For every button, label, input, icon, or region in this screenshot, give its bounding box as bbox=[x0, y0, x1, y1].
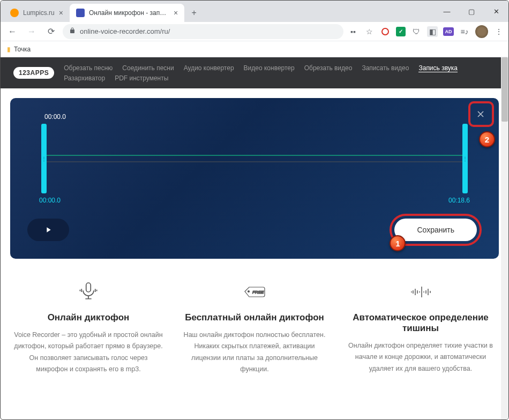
extension-icon[interactable]: AD bbox=[443, 27, 454, 36]
nav-link[interactable]: Записать видео bbox=[362, 64, 409, 72]
feature-desc: Voice Recorder – это удобный и простой о… bbox=[13, 329, 163, 375]
time-labels: 00:00.0 00:18.6 bbox=[25, 193, 484, 204]
annotation-highlight: Сохранить 1 bbox=[390, 214, 482, 246]
titlebar: Lumpics.ru × Онлайн микрофон - запись го… bbox=[1, 1, 508, 22]
svg-text:FREE: FREE bbox=[252, 290, 264, 295]
nav-link[interactable]: Видео конвертер bbox=[244, 64, 295, 72]
browser-tab-lumpics[interactable]: Lumpics.ru × bbox=[4, 4, 70, 22]
waveform[interactable] bbox=[25, 124, 484, 193]
feature-card: Автоматическое определение тишины Онлайн… bbox=[340, 279, 501, 375]
bookmarks-bar: ▮ Точка bbox=[1, 41, 508, 57]
minimize-button[interactable]: — bbox=[435, 1, 459, 22]
lock-icon bbox=[69, 27, 76, 35]
feature-card: Онлайн диктофон Voice Recorder – это удо… bbox=[8, 279, 169, 375]
feature-desc: Онлайн диктофон определяет тихие участки… bbox=[346, 340, 496, 374]
forward-button[interactable]: → bbox=[24, 24, 39, 39]
nav-links: Обрезать песнюСоединить песниАудио конве… bbox=[64, 64, 471, 82]
shield-icon[interactable]: 🛡 bbox=[411, 26, 422, 37]
logo[interactable]: 123APPS bbox=[13, 67, 54, 79]
trim-handle-right[interactable] bbox=[462, 124, 468, 193]
tab-title: Онлайн микрофон - запись гол bbox=[89, 9, 169, 17]
nav-link[interactable]: Обрезать видео bbox=[304, 64, 353, 72]
recorder-panel: 2 00:00.0 00:00.0 00:18.6 Сохранить bbox=[10, 98, 499, 259]
trim-handle-left[interactable] bbox=[41, 124, 47, 193]
new-tab-button[interactable]: + bbox=[186, 5, 201, 20]
page-content: 123APPS Обрезать песнюСоединить песниАуд… bbox=[1, 57, 508, 419]
extension-icon[interactable] bbox=[380, 26, 391, 37]
tab-title: Lumpics.ru bbox=[23, 9, 55, 17]
recorder-controls: Сохранить 1 bbox=[25, 214, 484, 246]
maximize-button[interactable]: ▢ bbox=[459, 1, 484, 22]
timer-current: 00:00.0 bbox=[44, 113, 484, 121]
nav-link[interactable]: Соединить песни bbox=[122, 64, 174, 72]
annotation-marker: 1 bbox=[390, 235, 406, 251]
close-recorder-button[interactable] bbox=[471, 104, 490, 124]
feature-desc: Наш онлайн диктофон полностью бесплатен.… bbox=[179, 329, 330, 375]
reload-button[interactable]: ⟳ bbox=[43, 24, 58, 39]
free-tag-icon: FREE bbox=[179, 279, 330, 305]
nav-link[interactable]: Обрезать песню bbox=[64, 64, 113, 72]
window-close-button[interactable]: ✕ bbox=[484, 1, 508, 22]
feature-card: FREE Бесплатный онлайн диктофон Наш онла… bbox=[174, 279, 335, 375]
save-button[interactable]: Сохранить bbox=[394, 219, 477, 241]
favicon-icon bbox=[10, 9, 19, 17]
close-icon[interactable]: × bbox=[174, 9, 178, 17]
nav-link[interactable]: Аудио конвертер bbox=[184, 64, 234, 72]
features-row: Онлайн диктофон Voice Recorder – это удо… bbox=[1, 268, 508, 375]
feature-title: Онлайн диктофон bbox=[13, 312, 163, 323]
folder-icon: ▮ bbox=[7, 46, 11, 53]
adblock-icon[interactable]: ✓ bbox=[396, 27, 406, 36]
window-controls: — ▢ ✕ bbox=[435, 1, 508, 22]
close-icon[interactable]: × bbox=[59, 9, 63, 17]
scrollbar[interactable] bbox=[501, 57, 508, 419]
toolbar-icons: ▪▪ ☆ ✓ 🛡 ◧ AD ≡♪ ⋮ bbox=[348, 25, 504, 38]
svg-point-1 bbox=[248, 291, 250, 292]
back-button[interactable]: ← bbox=[5, 24, 20, 39]
nav-link[interactable]: Разархиватор bbox=[64, 74, 105, 82]
url-input[interactable]: online-voice-recorder.com/ru/ bbox=[63, 24, 343, 39]
bookmark-folder[interactable]: Точка bbox=[14, 46, 31, 53]
extension-icon[interactable]: ◧ bbox=[427, 26, 438, 37]
feature-title: Бесплатный онлайн диктофон bbox=[179, 312, 330, 323]
time-end: 00:18.6 bbox=[448, 197, 470, 204]
url-text: online-voice-recorder.com/ru/ bbox=[80, 27, 170, 35]
waveform-line bbox=[47, 155, 462, 162]
avatar[interactable] bbox=[475, 25, 488, 38]
play-button[interactable] bbox=[27, 219, 69, 241]
favicon-icon bbox=[76, 9, 85, 17]
microphone-icon bbox=[13, 279, 163, 305]
menu-icon[interactable]: ⋮ bbox=[493, 26, 504, 37]
nav-link[interactable]: Запись звука bbox=[418, 64, 458, 72]
nav-link[interactable]: PDF инструменты bbox=[115, 74, 168, 82]
feature-title: Автоматическое определение тишины bbox=[346, 312, 496, 334]
time-start: 00:00.0 bbox=[39, 197, 61, 204]
camera-icon[interactable]: ▪▪ bbox=[348, 26, 358, 37]
app-header: 123APPS Обрезать песнюСоединить песниАуд… bbox=[1, 57, 508, 88]
star-icon[interactable]: ☆ bbox=[364, 26, 375, 37]
soundwave-icon bbox=[346, 279, 496, 305]
playlist-icon[interactable]: ≡♪ bbox=[459, 26, 470, 37]
svg-rect-0 bbox=[86, 283, 91, 292]
browser-tab-recorder[interactable]: Онлайн микрофон - запись гол × bbox=[70, 4, 184, 22]
addressbar: ← → ⟳ online-voice-recorder.com/ru/ ▪▪ ☆… bbox=[1, 22, 508, 41]
